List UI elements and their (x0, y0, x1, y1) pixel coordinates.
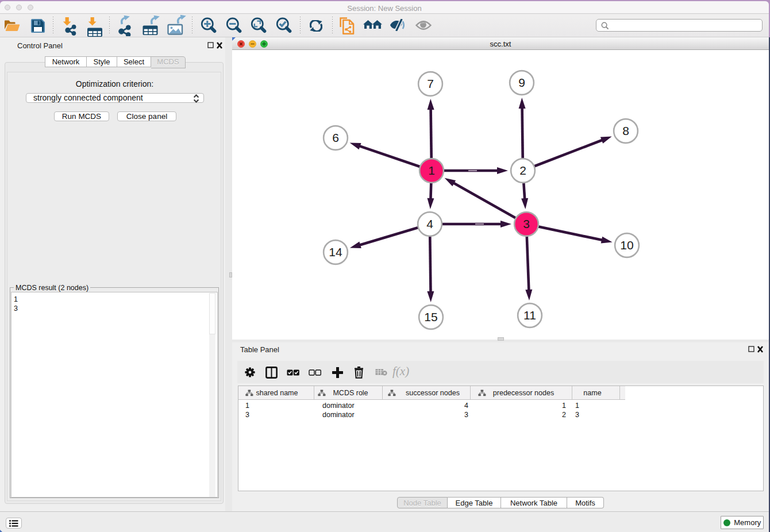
svg-text:15: 15 (424, 310, 437, 323)
svg-text:6: 6 (332, 131, 339, 144)
svg-text:1: 1 (428, 164, 435, 177)
svg-text:14: 14 (329, 245, 342, 259)
svg-text:7: 7 (427, 77, 434, 90)
svg-text:11: 11 (523, 309, 536, 322)
svg-text:4: 4 (426, 217, 433, 230)
svg-text:8: 8 (622, 124, 629, 137)
svg-text:3: 3 (523, 217, 530, 230)
svg-text:10: 10 (620, 238, 633, 252)
svg-text:9: 9 (518, 76, 525, 89)
svg-text:2: 2 (519, 164, 526, 177)
